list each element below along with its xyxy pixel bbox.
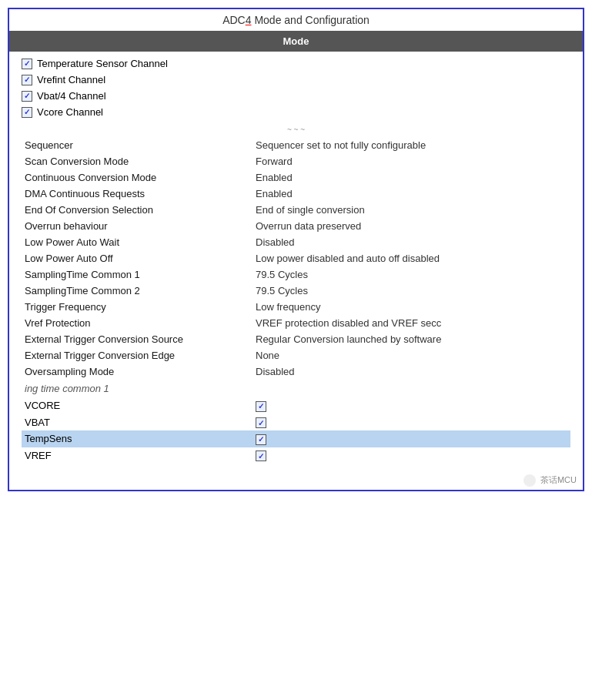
config-value: End of single conversion [253,202,570,218]
config-row: Sequencer Sequencer set to not fully con… [22,137,570,153]
watermark-icon [523,474,536,487]
channel-checkbox-icon[interactable] [256,401,266,412]
section-label-sampling: ing time common 1 [22,380,570,396]
config-label: Continuous Conversion Mode [22,169,253,186]
channel-checkbox-icon[interactable] [256,434,266,445]
checkbox-label-vcore: Vcore Channel [37,106,103,118]
channel-label: TempSens [22,430,253,447]
config-label: DMA Continuous Requests [22,186,253,202]
config-value: Disabled [253,363,570,380]
channel-table: VCORE VBAT TempSens VREF [22,397,570,464]
config-label: SamplingTime Common 1 [22,266,253,283]
checkbox-icon-vbat [22,91,32,102]
config-row: Low Power Auto Off Low power disabled an… [22,250,570,266]
watermark-text: 茶话MCU [540,475,577,484]
config-row: DMA Continuous Requests Enabled [22,186,570,202]
config-value: 79.5 Cycles [253,283,570,299]
channel-checkbox-cell [253,397,570,414]
config-label: Sequencer [22,137,253,153]
config-row: Overrun behaviour Overrun data preserved [22,218,570,234]
adc-subscript: 4 [246,14,252,26]
checkbox-icon-vcore [22,107,32,118]
checkbox-item-vrefint[interactable]: Vrefint Channel [22,74,570,85]
config-value: Enabled [253,186,570,202]
config-value: None [253,347,570,363]
checkbox-label-vbat: Vbat/4 Channel [37,90,106,102]
channel-label: VREF [22,447,253,464]
config-label: Overrun behaviour [22,218,253,234]
checkbox-item-vcore[interactable]: Vcore Channel [22,106,570,118]
channel-label: VCORE [22,397,253,414]
divider-dots: ~ ~ ~ [22,126,570,134]
config-row: Continuous Conversion Mode Enabled [22,169,570,186]
config-value: Enabled [253,169,570,186]
config-label: End Of Conversion Selection [22,202,253,218]
config-value: VREF protection disabled and VREF secc [253,315,570,331]
checkbox-icon-vrefint [22,75,32,85]
main-container: ADC4 Mode and Configuration Mode Tempera… [8,8,584,491]
config-value: Regular Conversion launched by software [253,331,570,347]
page-title: ADC4 Mode and Configuration [9,9,583,31]
config-label: Oversampling Mode [22,363,253,380]
config-label: Trigger Frequency [22,299,253,315]
channel-label: VBAT [22,414,253,431]
config-value: Overrun data preserved [253,218,570,234]
channel-checkbox-icon[interactable] [256,450,266,461]
config-label: Vref Protection [22,315,253,331]
config-label: Low Power Auto Off [22,250,253,266]
checkbox-icon-temp [22,59,32,69]
config-value: Disabled [253,234,570,250]
content-area: Temperature Sensor Channel Vrefint Chann… [9,52,583,473]
channel-row: VCORE [22,397,570,414]
checkbox-group: Temperature Sensor Channel Vrefint Chann… [22,58,570,118]
config-row: SamplingTime Common 1 79.5 Cycles [22,266,570,283]
config-value: Low power disabled and auto off disabled [253,250,570,266]
watermark: 茶话MCU [9,473,583,490]
config-row: Oversampling Mode Disabled [22,363,570,380]
config-row: Scan Conversion Mode Forward [22,153,570,169]
config-value: Low frequency [253,299,570,315]
config-label: External Trigger Conversion Edge [22,347,253,363]
config-value: Forward [253,153,570,169]
config-label: Low Power Auto Wait [22,234,253,250]
channel-row: VBAT [22,414,570,431]
config-row: Vref Protection VREF protection disabled… [22,315,570,331]
checkbox-item-vbat[interactable]: Vbat/4 Channel [22,90,570,102]
config-value: Sequencer set to not fully configurable [253,137,570,153]
config-label: Scan Conversion Mode [22,153,253,169]
config-label: SamplingTime Common 2 [22,283,253,299]
config-table: Sequencer Sequencer set to not fully con… [22,137,570,380]
config-row: End Of Conversion Selection End of singl… [22,202,570,218]
section-header-mode: Mode [9,31,583,52]
checkbox-label-vrefint: Vrefint Channel [37,74,105,85]
config-label: External Trigger Conversion Source [22,331,253,347]
channel-checkbox-icon[interactable] [256,417,266,428]
checkbox-item-temp[interactable]: Temperature Sensor Channel [22,58,570,69]
checkbox-label-temp: Temperature Sensor Channel [37,58,168,69]
config-value: 79.5 Cycles [253,266,570,283]
channel-checkbox-cell [253,447,570,464]
config-row: Trigger Frequency Low frequency [22,299,570,315]
config-row: SamplingTime Common 2 79.5 Cycles [22,283,570,299]
config-row: External Trigger Conversion Edge None [22,347,570,363]
channel-row: TempSens [22,430,570,447]
config-row: External Trigger Conversion Source Regul… [22,331,570,347]
config-row: Low Power Auto Wait Disabled [22,234,570,250]
channel-checkbox-cell [253,430,570,447]
channel-checkbox-cell [253,414,570,431]
channel-row: VREF [22,447,570,464]
